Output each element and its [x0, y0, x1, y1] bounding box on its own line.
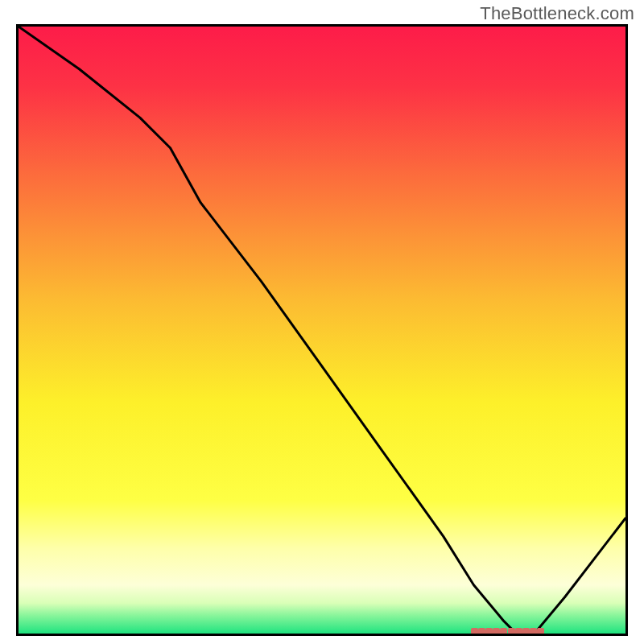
optimal-marker-dot — [515, 628, 522, 635]
optimal-marker-dot — [478, 628, 485, 635]
chart-canvas: TheBottleneck.com — [0, 0, 644, 644]
plot-area — [16, 24, 628, 636]
optimal-marker-dot — [500, 628, 507, 635]
optimal-marker-dot — [485, 628, 493, 635]
watermark-label: TheBottleneck.com — [480, 3, 634, 24]
optimal-marker-dot — [493, 628, 500, 635]
optimal-marker-dot — [508, 628, 515, 635]
optimal-marker-dot — [537, 628, 544, 635]
optimal-marker-dot — [471, 628, 478, 635]
optimal-range-markers — [19, 27, 625, 634]
optimal-marker-dot — [530, 628, 537, 635]
optimal-marker-dot — [522, 628, 530, 635]
